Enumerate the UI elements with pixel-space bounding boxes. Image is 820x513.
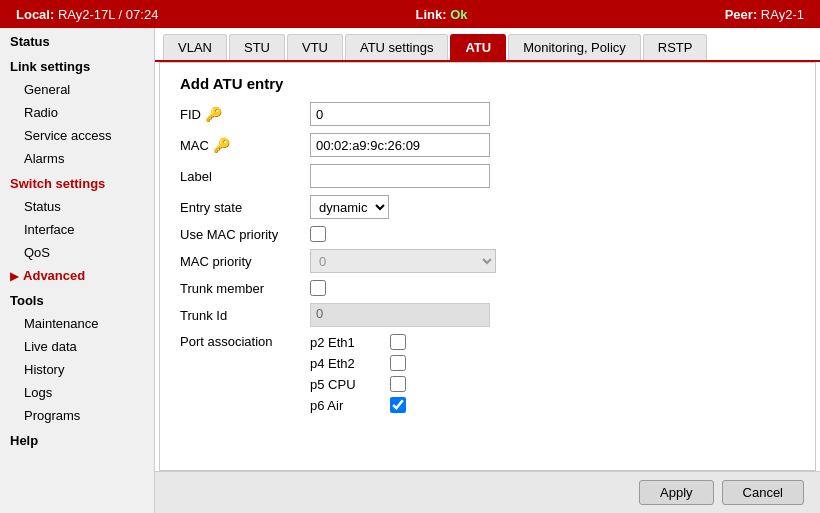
port-p5cpu-row: p5 CPU xyxy=(310,376,406,392)
sidebar-item-alarms[interactable]: Alarms xyxy=(0,147,154,170)
sidebar-item-logs[interactable]: Logs xyxy=(0,381,154,404)
sidebar-item-live-data[interactable]: Live data xyxy=(0,335,154,358)
trunk-id-label: Trunk Id xyxy=(180,308,310,323)
port-p6air-row: p6 Air xyxy=(310,397,406,413)
sidebar-link-settings-title[interactable]: Link settings xyxy=(0,53,154,78)
form-title: Add ATU entry xyxy=(180,75,795,92)
label-input[interactable] xyxy=(310,164,490,188)
peer-info: Peer: RAy2-1 xyxy=(725,7,804,22)
tab-vtu[interactable]: VTU xyxy=(287,34,343,60)
local-label: Local: xyxy=(16,7,54,22)
sidebar: Status Link settings General Radio Servi… xyxy=(0,28,155,513)
fid-label: FID 🔑 xyxy=(180,106,310,122)
sidebar-item-general[interactable]: General xyxy=(0,78,154,101)
cancel-button[interactable]: Cancel xyxy=(722,480,804,505)
fid-row: FID 🔑 xyxy=(180,102,795,126)
tab-monitoring-policy[interactable]: Monitoring, Policy xyxy=(508,34,641,60)
sidebar-help-title[interactable]: Help xyxy=(0,427,154,452)
port-p4eth2-checkbox[interactable] xyxy=(390,355,406,371)
top-status-bar: Local: RAy2-17L / 07:24 Link: Ok Peer: R… xyxy=(0,0,820,28)
use-mac-priority-checkbox[interactable] xyxy=(310,226,326,242)
mac-priority-label: MAC priority xyxy=(180,254,310,269)
sidebar-item-service-access[interactable]: Service access xyxy=(0,124,154,147)
mac-key-icon: 🔑 xyxy=(213,137,230,153)
port-association-section: Port association p2 Eth1 p4 Eth2 p5 CPU xyxy=(180,334,795,418)
sidebar-item-maintenance[interactable]: Maintenance xyxy=(0,312,154,335)
sidebar-item-sw-status[interactable]: Status xyxy=(0,195,154,218)
peer-value: RAy2-1 xyxy=(761,7,804,22)
tabs-bar: VLAN STU VTU ATU settings ATU Monitoring… xyxy=(155,28,820,62)
tab-stu[interactable]: STU xyxy=(229,34,285,60)
sidebar-item-programs[interactable]: Programs xyxy=(0,404,154,427)
entry-state-select[interactable]: dynamic static none xyxy=(310,195,389,219)
trunk-member-label: Trunk member xyxy=(180,281,310,296)
tab-vlan[interactable]: VLAN xyxy=(163,34,227,60)
link-info: Link: Ok xyxy=(416,7,468,22)
local-value: RAy2-17L / 07:24 xyxy=(58,7,158,22)
action-bar: Apply Cancel xyxy=(155,471,820,513)
entry-state-row: Entry state dynamic static none xyxy=(180,195,795,219)
sidebar-switch-settings-title[interactable]: Switch settings xyxy=(0,170,154,195)
apply-button[interactable]: Apply xyxy=(639,480,714,505)
content-area: VLAN STU VTU ATU settings ATU Monitoring… xyxy=(155,28,820,513)
link-label: Link: xyxy=(416,7,447,22)
entry-state-label: Entry state xyxy=(180,200,310,215)
mac-priority-row: MAC priority 0 1 2 3 4 5 6 7 xyxy=(180,249,795,273)
label-row: Label xyxy=(180,164,795,188)
port-list: p2 Eth1 p4 Eth2 p5 CPU p6 Air xyxy=(310,334,406,418)
sidebar-item-history[interactable]: History xyxy=(0,358,154,381)
port-p4eth2-row: p4 Eth2 xyxy=(310,355,406,371)
tab-rstp[interactable]: RSTP xyxy=(643,34,708,60)
port-p2eth1-label: p2 Eth1 xyxy=(310,335,390,350)
fid-key-icon: 🔑 xyxy=(205,106,222,122)
trunk-member-row: Trunk member xyxy=(180,280,795,296)
port-association-label: Port association xyxy=(180,334,310,349)
trunk-id-value: 0 xyxy=(310,303,490,327)
sidebar-item-advanced[interactable]: Advanced xyxy=(0,264,154,287)
trunk-member-checkbox[interactable] xyxy=(310,280,326,296)
label-label: Label xyxy=(180,169,310,184)
port-p6air-checkbox[interactable] xyxy=(390,397,406,413)
sidebar-item-interface[interactable]: Interface xyxy=(0,218,154,241)
port-p5cpu-label: p5 CPU xyxy=(310,377,390,392)
mac-priority-select[interactable]: 0 1 2 3 4 5 6 7 xyxy=(310,249,496,273)
mac-label: MAC 🔑 xyxy=(180,137,310,153)
mac-input[interactable] xyxy=(310,133,490,157)
port-p2eth1-checkbox[interactable] xyxy=(390,334,406,350)
trunk-id-row: Trunk Id 0 xyxy=(180,303,795,327)
fid-input[interactable] xyxy=(310,102,490,126)
local-info: Local: RAy2-17L / 07:24 xyxy=(16,7,158,22)
port-p6air-label: p6 Air xyxy=(310,398,390,413)
use-mac-priority-row: Use MAC priority xyxy=(180,226,795,242)
sidebar-item-radio[interactable]: Radio xyxy=(0,101,154,124)
sidebar-status-title[interactable]: Status xyxy=(0,28,154,53)
peer-label: Peer: xyxy=(725,7,758,22)
port-p5cpu-checkbox[interactable] xyxy=(390,376,406,392)
link-status[interactable]: Ok xyxy=(450,7,467,22)
use-mac-priority-label: Use MAC priority xyxy=(180,227,310,242)
form-container: Add ATU entry FID 🔑 MAC 🔑 Label xyxy=(159,62,816,471)
sidebar-tools-title[interactable]: Tools xyxy=(0,287,154,312)
mac-row: MAC 🔑 xyxy=(180,133,795,157)
port-p4eth2-label: p4 Eth2 xyxy=(310,356,390,371)
tab-atu-settings[interactable]: ATU settings xyxy=(345,34,448,60)
port-p2eth1-row: p2 Eth1 xyxy=(310,334,406,350)
tab-atu[interactable]: ATU xyxy=(450,34,506,60)
sidebar-item-qos[interactable]: QoS xyxy=(0,241,154,264)
